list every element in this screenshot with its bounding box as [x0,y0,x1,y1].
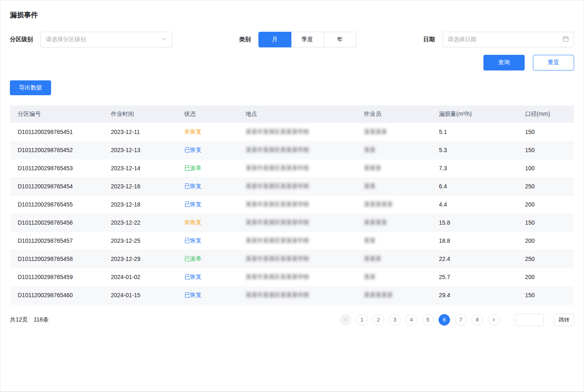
export-row: 导出数据 [10,80,574,95]
cell-partition-id: D1011200298765454 [18,183,73,190]
query-button[interactable]: 查询 [483,55,525,70]
cell-location: 某某市某某区某某某学校 [246,164,309,171]
table-row: D10112002987654582023-12-29已派单某某市某某区某某某学… [10,250,574,268]
cell-work-time: 2023-12-11 [111,129,140,135]
category-tab[interactable]: 年 [324,32,356,47]
status-badge: 已派单 [184,255,202,262]
cell-work-time: 2023-12-16 [111,183,141,190]
cell-location: 某某市某某区某某某学校 [246,255,309,262]
table-row: D10112002987654602024-01-15已恢复某某市某某区某某某学… [10,286,574,304]
status-badge: 已恢复 [184,146,202,153]
table-row: D10112002987654522023-12-13已恢复某某市某某区某某某学… [10,141,574,159]
status-badge: 已恢复 [184,273,202,280]
date-placeholder: 请选择日期 [448,36,476,43]
cell-work-time: 2023-12-18 [111,201,141,208]
category-tab[interactable]: 季度 [291,32,324,47]
status-badge: 已恢复 [184,237,202,244]
page-title: 漏损事件 [10,0,574,20]
table-row: D10112002987654512023-12-11未恢复某某市某某区某某某学… [10,123,574,141]
status-badge: 已恢复 [184,291,202,298]
pagination-page-button[interactable]: 6 [439,314,450,326]
cell-operator: 某某某某某 [364,291,393,298]
cell-operator: 某某某 [364,255,381,262]
table-row: D10112002987654552023-12-18已恢复某某市某某区某某某学… [10,195,574,214]
pagination-next-button[interactable]: › [488,314,500,326]
cell-leak-amount: 25.7 [439,274,450,280]
category-tab[interactable]: 月 [258,32,291,47]
cell-operator: 某某某 [364,164,381,171]
cell-location: 某某市某某区某某某学校 [246,146,309,153]
leak-events-page: 漏损事件 分区级别 请选择分区级别 类别 月季度年 日期 请选择日期 [0,0,584,391]
table-row: D10112002987654592024-01-02已恢复某某市某某区某某某学… [10,268,574,286]
partition-level-label: 分区级别 [10,36,33,43]
pagination-page-button[interactable]: 2 [373,314,384,326]
column-header: 口径(mm) [517,106,574,123]
cell-operator: 某某某某 [364,128,387,135]
column-header: 漏损量(m³/h) [431,106,517,123]
cell-caliber: 250 [525,183,535,190]
calendar-icon [563,36,569,43]
cell-work-time: 2023-12-14 [111,165,141,171]
pagination-page-button[interactable]: 8 [471,314,483,326]
pagination-summary: 共12页118条 [10,316,54,324]
cell-work-time: 2024-01-15 [111,292,141,298]
cell-partition-id: D1011200298765456 [18,219,73,226]
chevron-right-icon: › [493,316,495,323]
cell-caliber: 250 [525,256,535,262]
cell-caliber: 100 [525,165,535,171]
cell-work-time: 2024-01-02 [111,274,141,280]
pagination-page-button[interactable]: 5 [422,314,434,326]
total-items-text: 118条 [34,316,49,323]
category-label: 类别 [239,36,251,43]
pagination-prev-button[interactable]: ‹ [340,314,351,326]
table-row: D10112002987654532023-12-14已派单某某市某某区某某某学… [10,159,574,177]
cell-operator: 某某 [364,273,375,280]
pagination-page-button[interactable]: 4 [406,314,417,326]
cell-caliber: 150 [525,147,535,153]
category-tabs: 月季度年 [258,32,356,47]
cell-caliber: 200 [525,237,535,244]
total-pages-text: 共12页 [10,316,28,323]
table-row: D10112002987654572023-12-25已恢复某某市某某区某某某学… [10,232,574,250]
cell-operator: 某某某某 [364,219,387,225]
column-header: 作业员 [356,106,431,123]
reset-button[interactable]: 重置 [533,55,574,70]
cell-partition-id: D1011200298765460 [18,292,73,298]
pagination-page-button[interactable]: 7 [455,314,467,326]
cell-caliber: 150 [525,219,535,226]
table-row: D10112002987654562023-12-22未恢复某某市某某区某某某学… [10,214,574,232]
cell-location: 某某市某某区某某某学校 [246,128,309,135]
page-jump-input[interactable] [515,314,544,326]
status-badge: 未恢复 [184,128,202,135]
cell-partition-id: D1011200298765451 [18,129,73,135]
cell-partition-id: D1011200298765458 [18,256,73,262]
date-label: 日期 [423,36,435,43]
cell-partition-id: D1011200298765459 [18,274,73,280]
cell-caliber: 150 [525,292,535,298]
cell-work-time: 2023-12-29 [111,256,141,262]
cell-location: 某某市某某区某某某学校 [246,183,309,189]
cell-caliber: 200 [525,201,535,208]
pagination-pages: 12345678 [356,314,483,326]
page-jump-button[interactable]: 跳转 [554,314,574,326]
cell-leak-amount: 7.3 [439,165,447,171]
column-header: 作业时间 [103,106,176,123]
cell-partition-id: D1011200298765452 [18,147,73,153]
date-picker-input[interactable]: 请选择日期 [442,32,574,47]
date-filter: 日期 请选择日期 [423,32,574,47]
action-row: 查询 重置 [10,55,574,70]
partition-level-filter: 分区级别 请选择分区级别 [10,32,172,47]
partition-level-select[interactable]: 请选择分区级别 [40,32,172,47]
leak-events-table: 分区编号作业时间状态地点作业员漏损量(m³/h)口径(mm) D10112002… [10,106,574,305]
cell-operator: 某某 [364,237,375,244]
export-data-button[interactable]: 导出数据 [10,80,51,95]
cell-leak-amount: 5.3 [439,147,447,153]
cell-location: 某某市某某区某某某学校 [246,201,309,207]
cell-leak-amount: 22.4 [439,256,450,262]
pagination-page-button[interactable]: 1 [356,314,368,326]
cell-work-time: 2023-12-13 [111,147,141,153]
column-header: 地点 [238,106,356,123]
pagination-page-button[interactable]: 3 [389,314,401,326]
cell-partition-id: D1011200298765453 [18,165,73,171]
cell-leak-amount: 15.8 [439,219,450,226]
